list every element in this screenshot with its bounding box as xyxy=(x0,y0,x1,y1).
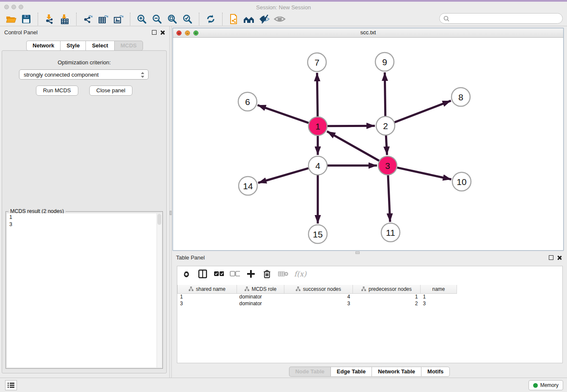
edge-2-8[interactable] xyxy=(394,101,451,122)
save-session-icon[interactable] xyxy=(20,13,33,25)
hierarchy-icon xyxy=(189,287,193,291)
edge-3-11[interactable] xyxy=(388,175,390,222)
mcds-result-group: MCDS result (2 nodes) 1 3 xyxy=(6,211,163,369)
tab-network[interactable]: Network xyxy=(26,41,60,51)
search-field[interactable] xyxy=(439,13,563,24)
control-panel-header: Control Panel xyxy=(0,28,169,38)
result-scrollbar[interactable] xyxy=(157,213,162,367)
export-table-icon[interactable] xyxy=(97,13,110,25)
toolbar-separator xyxy=(38,13,38,25)
hierarchy-icon xyxy=(361,287,366,291)
deselect-all-icon[interactable] xyxy=(230,269,240,279)
export-network-icon[interactable] xyxy=(82,13,94,25)
clone-network-icon[interactable] xyxy=(228,13,240,25)
hierarchy-icon xyxy=(296,287,300,291)
export-image-icon[interactable] xyxy=(112,13,125,25)
table-tabs: Node Table Edge Table Network Table Moti… xyxy=(172,367,567,377)
delete-icon[interactable] xyxy=(262,269,272,279)
col-header-successor-nodes[interactable]: successor nodes xyxy=(284,285,353,293)
hierarchy-icon xyxy=(245,287,249,291)
memory-status-icon xyxy=(533,383,538,388)
first-neighbors-icon[interactable] xyxy=(243,13,256,25)
select-all-icon[interactable] xyxy=(214,269,224,279)
edge-1-7[interactable] xyxy=(317,73,317,116)
dropdown-stepper-icon xyxy=(140,72,145,80)
tab-network-table[interactable]: Network Table xyxy=(372,367,421,377)
settings-gear-icon[interactable] xyxy=(182,269,192,279)
toolbar-separator xyxy=(130,13,130,25)
main-toolbar xyxy=(0,12,567,26)
task-history-button[interactable] xyxy=(5,380,17,390)
control-panel: Control Panel Network Style Select MCDS … xyxy=(0,26,169,378)
tab-mcds[interactable]: MCDS xyxy=(114,41,143,51)
table-row[interactable]: 1 dominator 4 1 1 xyxy=(178,293,457,300)
network-canvas[interactable]: 1234678910111415 xyxy=(173,38,563,250)
graph-node-label-2: 2 xyxy=(383,121,388,131)
run-mcds-button[interactable]: Run MCDS xyxy=(36,86,78,96)
graph-node-label-7: 7 xyxy=(314,58,319,67)
tab-edge-table[interactable]: Edge Table xyxy=(330,367,372,377)
birds-eye-icon[interactable] xyxy=(273,13,286,25)
zoom-in-icon[interactable] xyxy=(135,13,148,25)
delete-column-icon[interactable] xyxy=(278,269,288,279)
edge-3-1[interactable] xyxy=(327,131,379,160)
optimization-criterion-label: Optimization criterion: xyxy=(2,59,166,66)
close-panel-button[interactable]: Close panel xyxy=(89,86,133,96)
import-network-icon[interactable] xyxy=(43,13,56,25)
network-window-titlebar[interactable]: × − + scc.txt xyxy=(173,28,563,38)
table-panel-title: Table Panel xyxy=(176,254,205,261)
add-column-icon[interactable] xyxy=(246,269,256,279)
network-window-title: scc.txt xyxy=(173,29,563,36)
edge-1-2[interactable] xyxy=(328,126,375,126)
network-window: × − + scc.txt 1234678910111415 xyxy=(173,28,564,251)
refresh-icon[interactable] xyxy=(204,13,217,25)
control-panel-title: Control Panel xyxy=(4,29,38,36)
criterion-dropdown-value: strongly connected component xyxy=(24,72,99,78)
graph-node-label-15: 15 xyxy=(313,229,322,239)
close-panel-icon[interactable] xyxy=(557,255,562,260)
search-icon xyxy=(443,15,450,22)
node-table: shared name MCDS role successor nodes pr… xyxy=(177,285,562,307)
graph-node-label-1: 1 xyxy=(315,121,320,131)
table-toolbar: f(x) xyxy=(177,266,562,282)
criterion-dropdown[interactable]: strongly connected component xyxy=(19,69,149,80)
open-session-icon[interactable] xyxy=(5,13,17,25)
table-panel-header: Table Panel xyxy=(172,253,567,263)
tab-node-table[interactable]: Node Table xyxy=(289,367,330,377)
memory-button[interactable]: Memory xyxy=(528,380,563,390)
mcds-result-textarea[interactable]: 1 3 xyxy=(7,213,162,367)
col-header-shared-name[interactable]: shared name xyxy=(178,285,237,293)
col-header-predecessor-nodes[interactable]: predecessor nodes xyxy=(353,285,421,293)
graph-node-label-3: 3 xyxy=(385,161,390,171)
edge-3-10[interactable] xyxy=(397,168,451,179)
float-panel-icon[interactable] xyxy=(549,255,553,260)
graph-node-label-14: 14 xyxy=(243,181,253,191)
float-panel-icon[interactable] xyxy=(152,30,157,35)
edge-2-3[interactable] xyxy=(386,135,387,155)
zoom-out-icon[interactable] xyxy=(151,13,163,25)
edge-1-6[interactable] xyxy=(258,105,309,123)
hide-graphics-icon[interactable] xyxy=(258,13,271,25)
network-graph[interactable]: 1234678910111415 xyxy=(173,38,563,251)
function-builder-icon[interactable]: f(x) xyxy=(294,270,306,278)
column-layout-icon[interactable] xyxy=(198,269,208,279)
col-header-mcds-role[interactable]: MCDS role xyxy=(237,285,284,293)
table-row[interactable]: 3 dominator 3 2 3 xyxy=(178,300,457,307)
import-table-icon[interactable] xyxy=(58,13,71,25)
mcds-result-line: 1 xyxy=(7,213,162,221)
mcds-tab-content: Optimization criterion: strongly connect… xyxy=(2,50,167,373)
search-input[interactable] xyxy=(450,15,562,22)
close-panel-icon[interactable] xyxy=(160,30,165,35)
zoom-selected-icon[interactable] xyxy=(181,13,194,25)
edge-2-9[interactable] xyxy=(385,72,385,116)
tab-select[interactable]: Select xyxy=(85,41,114,51)
tab-motifs[interactable]: Motifs xyxy=(421,367,450,377)
tab-style[interactable]: Style xyxy=(60,41,85,51)
toolbar-separator xyxy=(222,13,223,25)
titlebar: Session: New Session xyxy=(0,2,567,12)
zoom-fit-icon[interactable] xyxy=(166,13,179,25)
graph-node-label-6: 6 xyxy=(245,97,250,107)
edge-4-14[interactable] xyxy=(258,168,308,183)
table-panel: Table Panel xyxy=(172,252,567,378)
col-header-name[interactable]: name xyxy=(421,285,457,293)
